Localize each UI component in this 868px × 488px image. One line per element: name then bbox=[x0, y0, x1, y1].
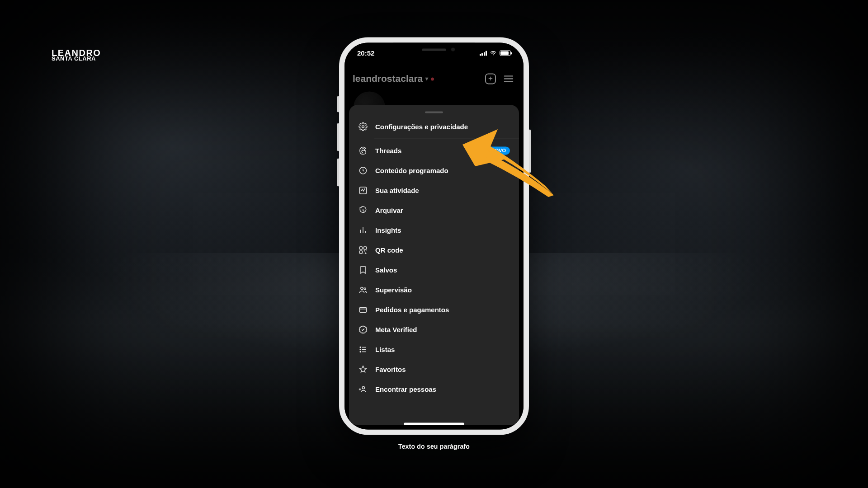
menu-item-lists[interactable]: Listas bbox=[349, 339, 519, 359]
menu-item-favorites[interactable]: Favoritos bbox=[349, 359, 519, 379]
menu-item-label: Meta Verified bbox=[375, 326, 417, 333]
menu-item-label: Encontrar pessoas bbox=[375, 385, 436, 393]
plus-icon: + bbox=[485, 73, 496, 84]
svg-point-6 bbox=[361, 287, 363, 289]
people-icon bbox=[358, 285, 368, 295]
phone-side-button bbox=[337, 96, 339, 112]
svg-rect-3 bbox=[360, 247, 363, 249]
svg-point-9 bbox=[360, 347, 361, 347]
clock-icon bbox=[358, 165, 368, 175]
speaker-grill bbox=[422, 48, 446, 51]
sheet-grabber[interactable] bbox=[425, 111, 443, 113]
verified-icon bbox=[358, 324, 368, 334]
phone-side-button bbox=[337, 123, 339, 151]
menu-item-meta-verified[interactable]: Meta Verified bbox=[349, 319, 519, 339]
settings-menu: Configurações e privacidade Threads NOVO… bbox=[349, 117, 519, 399]
username-text: leandrostaclara bbox=[353, 73, 423, 84]
archive-icon bbox=[358, 205, 368, 215]
svg-point-11 bbox=[360, 351, 361, 352]
notification-dot bbox=[431, 77, 434, 80]
menu-item-label: Supervisão bbox=[375, 286, 412, 294]
menu-item-label: Pedidos e pagamentos bbox=[375, 306, 449, 314]
menu-item-label: Conteúdo programado bbox=[375, 167, 448, 174]
menu-item-activity[interactable]: Sua atividade bbox=[349, 180, 519, 200]
menu-item-label: Salvos bbox=[375, 266, 397, 274]
bookmark-icon bbox=[358, 265, 368, 275]
menu-item-label: Listas bbox=[375, 346, 395, 353]
activity-icon bbox=[358, 185, 368, 195]
chevron-down-icon: ▾ bbox=[425, 75, 428, 82]
battery-icon bbox=[500, 50, 511, 56]
svg-point-10 bbox=[360, 349, 361, 350]
phone-side-button bbox=[529, 129, 531, 173]
status-time: 20:52 bbox=[357, 49, 374, 57]
insights-icon bbox=[358, 225, 368, 235]
svg-rect-5 bbox=[360, 251, 363, 253]
menu-item-label: Insights bbox=[375, 226, 401, 234]
wifi-icon bbox=[490, 50, 497, 56]
qr-icon bbox=[358, 245, 368, 255]
brand-line2: santa clara bbox=[52, 56, 101, 61]
menu-item-settings-privacy[interactable]: Configurações e privacidade bbox=[349, 117, 519, 136]
front-camera bbox=[451, 47, 455, 51]
svg-point-7 bbox=[364, 288, 366, 290]
menu-item-archive[interactable]: Arquivar bbox=[349, 200, 519, 220]
phone-mockup: 20:52 leandrostaclara ▾ + bbox=[339, 37, 529, 435]
slide-caption: Texto do seu parágrafo bbox=[398, 443, 470, 450]
svg-rect-8 bbox=[360, 307, 367, 312]
gear-icon bbox=[358, 122, 368, 131]
menu-button[interactable] bbox=[502, 72, 515, 85]
menu-item-qrcode[interactable]: QR code bbox=[349, 240, 519, 260]
menu-item-label: Sua atividade bbox=[375, 187, 419, 194]
menu-item-orders-payments[interactable]: Pedidos e pagamentos bbox=[349, 300, 519, 319]
menu-item-label: Favoritos bbox=[375, 366, 406, 373]
menu-item-find-people[interactable]: Encontrar pessoas bbox=[349, 379, 519, 399]
settings-sheet: Configurações e privacidade Threads NOVO… bbox=[349, 105, 519, 425]
menu-item-threads[interactable]: Threads NOVO bbox=[349, 141, 519, 160]
menu-item-scheduled[interactable]: Conteúdo programado bbox=[349, 160, 519, 180]
svg-point-0 bbox=[362, 126, 364, 128]
card-icon bbox=[358, 305, 368, 314]
menu-item-insights[interactable]: Insights bbox=[349, 220, 519, 240]
menu-item-label: QR code bbox=[375, 246, 403, 254]
create-button[interactable]: + bbox=[484, 72, 497, 85]
phone-notch bbox=[393, 42, 475, 56]
phone-screen: 20:52 leandrostaclara ▾ + bbox=[344, 42, 524, 429]
separator bbox=[374, 138, 519, 139]
home-indicator[interactable] bbox=[404, 422, 464, 425]
username-dropdown[interactable]: leandrostaclara ▾ bbox=[353, 73, 434, 84]
new-badge: NOVO bbox=[487, 146, 510, 155]
threads-icon bbox=[358, 145, 368, 155]
svg-rect-4 bbox=[364, 247, 367, 249]
menu-item-label: Arquivar bbox=[375, 206, 403, 214]
menu-item-supervision[interactable]: Supervisão bbox=[349, 280, 519, 300]
phone-side-button bbox=[337, 158, 339, 186]
signal-icon bbox=[480, 51, 487, 56]
menu-item-label: Threads bbox=[375, 147, 401, 155]
star-icon bbox=[358, 364, 368, 374]
app-header: leandrostaclara ▾ + bbox=[344, 67, 524, 90]
hamburger-icon bbox=[503, 73, 514, 84]
menu-item-label: Configurações e privacidade bbox=[375, 123, 468, 131]
svg-point-12 bbox=[362, 386, 364, 389]
menu-item-saved[interactable]: Salvos bbox=[349, 260, 519, 280]
list-icon bbox=[358, 344, 368, 354]
add-person-icon bbox=[358, 384, 368, 394]
brand-logo: LEANDRO santa clara bbox=[52, 49, 101, 61]
